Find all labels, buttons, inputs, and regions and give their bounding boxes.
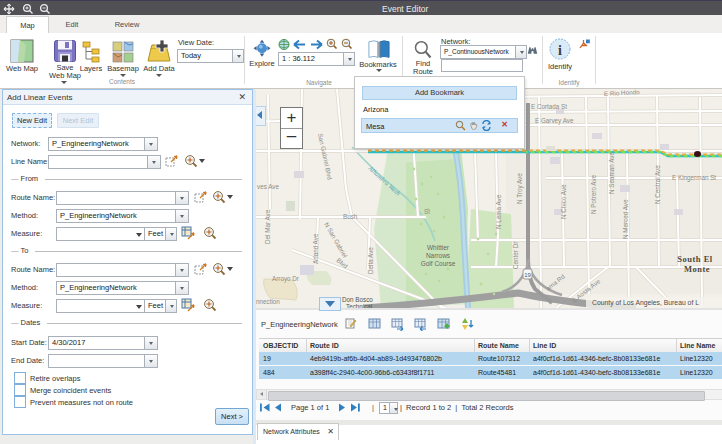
svg-text:19: 19: [524, 272, 531, 278]
svg-text:Narrows: Narrows: [426, 252, 451, 259]
svg-text:nnection: nnection: [256, 298, 280, 305]
svg-text:N Lema Ave: N Lema Ave: [495, 194, 502, 229]
svg-text:Arland Ave: Arland Ave: [312, 233, 319, 264]
svg-text:E Kingerman St: E Kingerman St: [672, 174, 716, 182]
svg-text:Bush: Bush: [343, 213, 358, 220]
svg-text:Delta Ave: Delta Ave: [367, 247, 374, 274]
svg-text:St: St: [424, 208, 430, 215]
svg-text:N Troy Ave: N Troy Ave: [516, 173, 524, 204]
svg-text:N Merced Ave: N Merced Ave: [622, 199, 629, 239]
svg-text:i: i: [558, 43, 562, 58]
svg-text:Center Dr: Center Dr: [512, 242, 519, 269]
svg-text:Golf Course: Golf Course: [421, 260, 456, 267]
svg-text:Monte: Monte: [684, 264, 710, 274]
svg-text:N Chico Ave: N Chico Ave: [560, 184, 567, 219]
svg-text:County of Los Angeles, Bureau: County of Los Angeles, Bureau of L: [592, 299, 699, 307]
svg-text:ves Ave: ves Ave: [257, 183, 279, 190]
svg-text:South El: South El: [677, 254, 713, 264]
svg-text:N Seaman Ave: N Seaman Ave: [608, 152, 615, 194]
svg-text:Arroyo Dr: Arroyo Dr: [272, 275, 299, 283]
svg-text:Del Mar Ave: Del Mar Ave: [264, 209, 271, 244]
svg-text:Whittier: Whittier: [427, 244, 450, 251]
svg-text:N Potrero Ave: N Potrero Ave: [590, 174, 597, 214]
svg-text:Don Bosco: Don Bosco: [342, 296, 373, 303]
svg-text:N Central Ave: N Central Ave: [654, 165, 661, 204]
svg-text:E Garvey Ave: E Garvey Ave: [535, 117, 574, 125]
svg-text:E Cortada St: E Cortada St: [531, 103, 567, 110]
